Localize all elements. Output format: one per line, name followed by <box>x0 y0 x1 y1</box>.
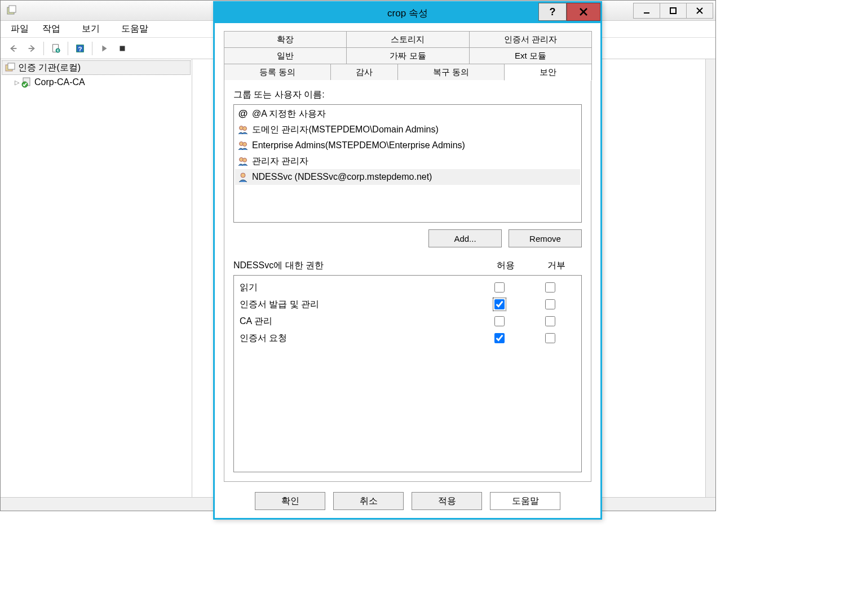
properties-dialog: crop 속성 ? 확장 스토리지 인증서 관리자 일반 가짜 모듈 Ext 모… <box>213 1 602 520</box>
app-icon <box>6 5 17 16</box>
help-button[interactable]: ? <box>72 40 89 57</box>
allow-checkbox[interactable] <box>494 282 505 293</box>
apply-button[interactable]: 적용 <box>412 492 482 510</box>
ok-button[interactable]: 확인 <box>255 492 325 510</box>
close-button[interactable] <box>686 3 713 19</box>
permissions-for-label: NDESSvc에 대한 권한 <box>233 260 480 272</box>
principal-item[interactable]: 도메인 관리자(MSTEPDEMO\Domain Admins) <box>235 122 580 138</box>
group-icon <box>237 156 249 167</box>
svg-point-20 <box>243 127 247 131</box>
tab-general[interactable]: 일반 <box>224 47 347 64</box>
svg-rect-3 <box>670 8 676 14</box>
allow-checkbox[interactable] <box>494 299 505 309</box>
tab-storage[interactable]: 스토리지 <box>346 31 469 48</box>
at-icon: @ <box>237 108 249 119</box>
tab-recovery-agents[interactable]: 복구 동의 <box>397 64 505 81</box>
group-icon <box>237 124 249 135</box>
deny-column-header: 거부 <box>531 260 582 272</box>
add-principal-button[interactable]: Add... <box>428 229 502 247</box>
principal-list[interactable]: @@A 지정한 사용자도메인 관리자(MSTEPDEMO\Domain Admi… <box>233 104 582 223</box>
tree-root-item[interactable]: 인증 기관(로컬) <box>2 60 191 75</box>
tabstrip: 확장 스토리지 인증서 관리자 일반 가짜 모듈 Ext 모듈 등록 동의 감사… <box>224 31 591 80</box>
principal-item[interactable]: NDESSvc (NDESSvc@corp.mstepdemo.net) <box>235 169 580 185</box>
tab-policy-module[interactable]: 가짜 모듈 <box>346 47 469 64</box>
toolbar-separator <box>68 42 68 55</box>
deny-checkbox[interactable] <box>545 299 555 309</box>
principal-label: @A 지정한 사용자 <box>252 108 326 120</box>
dialog-help-button[interactable]: ? <box>538 3 567 21</box>
nav-forward-button[interactable] <box>23 40 40 57</box>
tab-cert-managers[interactable]: 인증서 관리자 <box>469 31 592 48</box>
svg-rect-1 <box>9 6 16 12</box>
stop-button[interactable] <box>114 40 131 57</box>
tab-exit-module[interactable]: Ext 모듈 <box>469 47 592 64</box>
tree-child-label: Corp-CA-CA <box>34 77 85 87</box>
cancel-button[interactable]: 취소 <box>333 492 404 510</box>
tab-auditing[interactable]: 감사 <box>330 64 398 81</box>
svg-rect-14 <box>8 63 15 69</box>
permission-row: 인증서 발급 및 관리 <box>240 296 576 313</box>
deny-checkbox[interactable] <box>545 282 555 293</box>
ca-server-icon <box>21 77 32 88</box>
tab-extensions[interactable]: 확장 <box>224 31 347 48</box>
tab-security[interactable]: 보안 <box>504 64 592 81</box>
toolbar-separator <box>43 42 44 55</box>
minimize-button[interactable] <box>633 3 660 19</box>
ca-root-icon <box>5 62 16 73</box>
allow-checkbox[interactable] <box>494 333 505 343</box>
principal-label: NDESSvc (NDESSvc@corp.mstepdemo.net) <box>252 172 432 182</box>
permission-name: 인증서 발급 및 관리 <box>240 299 474 311</box>
group-icon <box>237 140 249 151</box>
nav-back-button[interactable] <box>5 40 22 57</box>
tree-expand-icon[interactable]: ▷ <box>13 79 21 86</box>
tree-root-label: 인증 기관(로컬) <box>18 62 81 74</box>
allow-column-header: 허용 <box>480 260 531 272</box>
properties-button[interactable] <box>47 40 64 57</box>
svg-text:?: ? <box>78 45 82 52</box>
deny-checkbox[interactable] <box>545 316 555 326</box>
svg-point-25 <box>241 173 245 178</box>
svg-point-24 <box>243 158 247 162</box>
tree-panel[interactable]: 인증 기관(로컬) ▷ Corp-CA-CA <box>1 59 192 511</box>
permission-name: CA 관리 <box>240 316 474 327</box>
permission-row: 읽기 <box>240 279 576 296</box>
permission-name: 인증서 요청 <box>240 333 474 344</box>
deny-checkbox[interactable] <box>545 333 555 343</box>
dialog-close-button[interactable] <box>567 3 600 21</box>
dialog-titlebar[interactable]: crop 속성 ? <box>215 3 600 23</box>
tab-security-content: 그룹 또는 사용자 이름: @@A 지정한 사용자도메인 관리자(MSTEPDE… <box>224 80 591 482</box>
group-or-user-label: 그룹 또는 사용자 이름: <box>233 89 582 101</box>
remove-principal-button[interactable]: Remove <box>509 229 582 247</box>
principal-label: 도메인 관리자(MSTEPDEMO\Domain Admins) <box>252 124 439 136</box>
menu-file[interactable]: 파일 <box>5 21 34 37</box>
svg-rect-12 <box>120 46 125 51</box>
play-button[interactable] <box>96 40 113 57</box>
menu-view[interactable]: 보기 <box>76 21 105 37</box>
permission-name: 읽기 <box>240 282 474 294</box>
permissions-list: 읽기인증서 발급 및 관리CA 관리인증서 요청 <box>233 275 582 472</box>
permission-row: 인증서 요청 <box>240 330 576 347</box>
principal-label: 관리자 관리자 <box>252 156 308 167</box>
principal-item[interactable]: 관리자 관리자 <box>235 153 580 169</box>
dialog-title: crop 속성 <box>387 7 428 20</box>
tree-child-item[interactable]: ▷ Corp-CA-CA <box>2 75 191 90</box>
maximize-button[interactable] <box>660 3 687 19</box>
permission-row: CA 관리 <box>240 313 576 330</box>
menu-help[interactable]: 도움말 <box>116 21 154 37</box>
principal-label: Enterprise Admins(MSTEPDEMO\Enterprise A… <box>252 140 465 150</box>
svg-point-22 <box>243 143 247 147</box>
toolbar-separator <box>92 42 92 55</box>
dialog-help-bottom-button[interactable]: 도움말 <box>490 492 560 510</box>
allow-checkbox[interactable] <box>494 316 505 326</box>
right-scrollbar[interactable] <box>705 59 715 499</box>
tab-enrollment-agents[interactable]: 등록 동의 <box>224 64 331 81</box>
user-icon <box>237 171 249 183</box>
menu-action[interactable]: 작업 <box>37 21 66 37</box>
principal-item[interactable]: @@A 지정한 사용자 <box>235 106 580 122</box>
principal-item[interactable]: Enterprise Admins(MSTEPDEMO\Enterprise A… <box>235 138 580 153</box>
